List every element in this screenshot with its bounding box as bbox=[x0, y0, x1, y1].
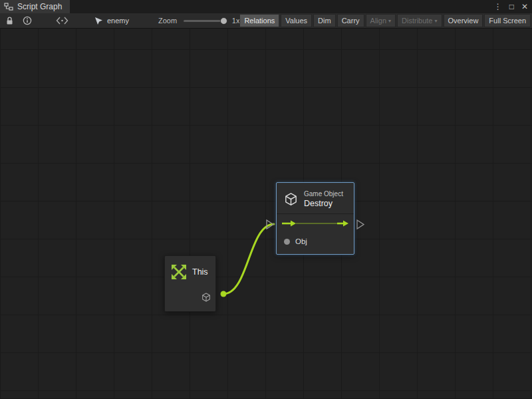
zoom-slider[interactable] bbox=[184, 20, 226, 22]
control-flow-row[interactable] bbox=[277, 214, 354, 233]
toolbar-buttons: Relations Values Dim Carry Align ▾ Distr… bbox=[239, 14, 532, 27]
destroy-node-header: Game Object Destroy bbox=[277, 183, 354, 213]
destroy-node[interactable]: Game Object Destroy Obj bbox=[276, 182, 354, 255]
control-relation-arrows bbox=[280, 219, 350, 228]
zoom-value: 1x bbox=[232, 17, 240, 25]
zoom-label: Zoom bbox=[158, 17, 177, 25]
tab-title: Script Graph bbox=[17, 2, 62, 11]
distribute-caret-icon: ▾ bbox=[435, 18, 438, 24]
dim-button[interactable]: Dim bbox=[313, 14, 336, 27]
gameobject-cube-icon bbox=[283, 192, 299, 207]
graph-breadcrumb[interactable]: enemy bbox=[94, 17, 129, 25]
lock-icon[interactable] bbox=[3, 14, 16, 27]
obj-port-row[interactable]: Obj bbox=[277, 233, 354, 250]
this-icon bbox=[170, 263, 188, 281]
values-button[interactable]: Values bbox=[281, 14, 312, 27]
graph-name-label: enemy bbox=[107, 17, 129, 25]
this-output-port bbox=[221, 291, 227, 297]
fullscreen-button[interactable]: Full Screen bbox=[484, 14, 531, 27]
connection-layer bbox=[0, 29, 532, 398]
info-icon[interactable] bbox=[21, 14, 34, 27]
script-graph-tab[interactable]: Script Graph bbox=[0, 0, 70, 13]
overview-button[interactable]: Overview bbox=[444, 14, 483, 27]
kebab-menu-icon[interactable]: ⋮ bbox=[494, 0, 502, 13]
connection-wire bbox=[223, 224, 274, 294]
graph-toolbar: enemy Zoom 1x Relations Values Dim Carry… bbox=[0, 13, 532, 29]
obj-input-port[interactable] bbox=[284, 239, 290, 245]
graph-asset-icon bbox=[94, 17, 103, 25]
this-node[interactable]: This bbox=[164, 255, 216, 312]
destroy-node-title: Destroy bbox=[304, 199, 343, 208]
distribute-button[interactable]: Distribute ▾ bbox=[397, 14, 442, 27]
graph-canvas[interactable]: This bbox=[0, 29, 532, 398]
control-output-port bbox=[357, 220, 364, 229]
this-node-title: This bbox=[192, 267, 208, 277]
relations-button[interactable]: Relations bbox=[239, 14, 279, 27]
window-controls: ⋮ □ ✕ bbox=[494, 0, 528, 13]
destroy-node-category: Game Object bbox=[304, 190, 343, 198]
zoom-slider-handle[interactable] bbox=[220, 17, 227, 25]
align-caret-icon: ▾ bbox=[388, 18, 391, 24]
align-button[interactable]: Align ▾ bbox=[366, 14, 396, 27]
code-view-icon[interactable] bbox=[54, 14, 70, 27]
obj-port-label: Obj bbox=[295, 237, 307, 245]
maximize-icon[interactable]: □ bbox=[509, 0, 514, 13]
close-icon[interactable]: ✕ bbox=[521, 0, 528, 13]
window-titlebar: Script Graph ⋮ □ ✕ bbox=[0, 0, 532, 13]
carry-button[interactable]: Carry bbox=[337, 14, 364, 27]
script-graph-tab-icon bbox=[4, 3, 13, 11]
gameobject-cube-icon[interactable] bbox=[201, 292, 211, 303]
